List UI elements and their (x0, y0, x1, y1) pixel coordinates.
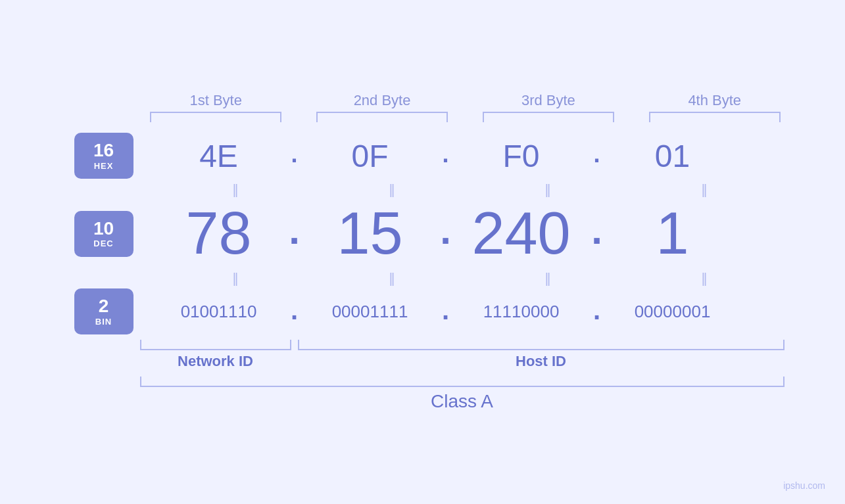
dec-dot-2: . (436, 211, 456, 257)
class-bracket (140, 377, 785, 387)
eq-4: ‖ (640, 181, 772, 197)
bin-dot-1: . (285, 297, 304, 326)
network-id-label: Network ID (178, 353, 253, 370)
hex-val-4: 01 (607, 138, 738, 174)
bracket-4 (649, 112, 781, 122)
eq-6: ‖ (328, 270, 460, 286)
bin-badge-number: 2 (99, 296, 109, 317)
hex-badge: 16 HEX (74, 133, 133, 179)
bin-val-4: 00000001 (607, 302, 738, 322)
host-bracket-area: Host ID (298, 340, 785, 370)
byte-header-4: 4th Byte (649, 92, 781, 109)
network-bracket (140, 340, 291, 350)
class-label: Class A (140, 391, 785, 412)
eq-5: ‖ (172, 270, 303, 286)
hex-val-3: F0 (456, 138, 587, 174)
bin-dot-3: . (587, 297, 607, 326)
class-area: Class A (61, 377, 785, 412)
dec-val-3: 240 (456, 200, 587, 267)
dec-dot-3: . (587, 211, 607, 257)
bottom-bracket-container: Network ID Host ID (61, 340, 785, 370)
bracket-3 (483, 112, 614, 122)
dec-values: 78 . 15 . 240 . 1 (153, 200, 785, 267)
bracket-1 (150, 112, 281, 122)
top-brackets (61, 112, 785, 122)
bin-dot-2: . (436, 297, 456, 326)
dec-val-2: 15 (304, 200, 436, 267)
hex-badge-number: 16 (93, 141, 114, 161)
eq-1: ‖ (172, 181, 303, 197)
dec-badge-number: 10 (93, 219, 114, 239)
hex-dot-3: . (587, 143, 607, 169)
bin-badge: 2 BIN (74, 288, 133, 334)
bin-val-2: 00001111 (304, 302, 436, 322)
dec-dot-1: . (285, 211, 304, 257)
bin-val-1: 01001110 (153, 302, 285, 322)
eq-2: ‖ (328, 181, 460, 197)
hex-badge-label: HEX (94, 161, 114, 171)
byte-header-2: 2nd Byte (316, 92, 448, 109)
dec-val-1: 78 (153, 200, 285, 267)
eq-3: ‖ (484, 181, 616, 197)
dec-badge: 10 DEC (74, 211, 133, 257)
bin-badge-label: BIN (95, 317, 112, 327)
eq-8: ‖ (640, 270, 772, 286)
dec-badge-label: DEC (93, 239, 113, 248)
hex-val-2: 0F (304, 138, 436, 174)
hex-dot-1: . (285, 143, 304, 169)
byte-header-3: 3rd Byte (483, 92, 614, 109)
bin-val-3: 11110000 (456, 302, 587, 322)
hex-dot-2: . (436, 143, 456, 169)
eq-7: ‖ (484, 270, 616, 286)
watermark: ipshu.com (783, 480, 825, 491)
byte-header-1: 1st Byte (150, 92, 281, 109)
hex-row: 16 HEX 4E . 0F . F0 . 01 (61, 133, 785, 179)
main-container: 1st Byte 2nd Byte 3rd Byte 4th Byte 16 H… (61, 92, 785, 412)
bin-values: 01001110 . 00001111 . 11110000 . 0000000… (153, 297, 785, 326)
equals-row-1: ‖ ‖ ‖ ‖ (61, 181, 785, 197)
bin-row: 2 BIN 01001110 . 00001111 . 11110000 . 0… (61, 288, 785, 334)
host-id-label: Host ID (516, 353, 566, 370)
host-bracket (298, 340, 785, 350)
bracket-2 (316, 112, 448, 122)
hex-values: 4E . 0F . F0 . 01 (153, 138, 785, 174)
network-bracket-area: Network ID (140, 340, 291, 370)
dec-val-4: 1 (607, 200, 738, 267)
hex-val-1: 4E (153, 138, 285, 174)
dec-row: 10 DEC 78 . 15 . 240 . 1 (61, 200, 785, 267)
equals-row-2: ‖ ‖ ‖ ‖ (61, 270, 785, 286)
byte-headers-row: 1st Byte 2nd Byte 3rd Byte 4th Byte (61, 92, 785, 109)
